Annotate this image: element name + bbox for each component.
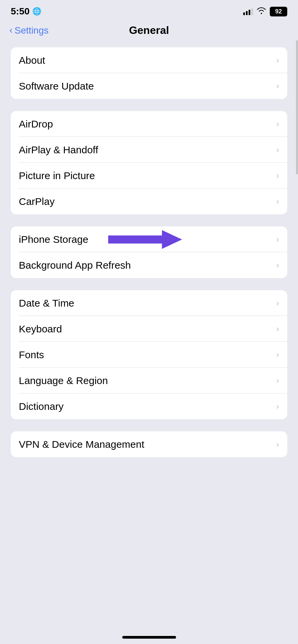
date-time-label: Date & Time (19, 298, 74, 309)
nav-header: ‹ Settings General (0, 20, 298, 43)
chevron-right-icon: › (276, 55, 279, 65)
page-title: General (129, 24, 169, 37)
settings-item-carplay[interactable]: CarPlay › (11, 189, 287, 214)
about-right: › (276, 55, 279, 65)
back-chevron-icon: ‹ (9, 25, 12, 36)
airdrop-label: AirDrop (19, 118, 53, 130)
settings-item-vpn-device-management[interactable]: VPN & Device Management › (11, 431, 287, 457)
arrow-annotation (108, 230, 182, 249)
time-label: 5:50 (11, 6, 30, 17)
settings-item-language-region[interactable]: Language & Region › (11, 368, 287, 393)
language-region-label: Language & Region (19, 375, 108, 386)
settings-item-picture-in-picture[interactable]: Picture in Picture › (11, 163, 287, 189)
battery-icon: 92 (270, 7, 287, 16)
software-update-right: › (276, 81, 279, 91)
dictionary-label: Dictionary (19, 401, 63, 412)
settings-item-keyboard[interactable]: Keyboard › (11, 316, 287, 342)
picture-in-picture-label: Picture in Picture (19, 170, 95, 181)
settings-item-software-update[interactable]: Software Update › (11, 73, 287, 99)
chevron-right-icon: › (276, 170, 279, 181)
chevron-right-icon: › (276, 439, 279, 449)
chevron-right-icon: › (276, 401, 279, 412)
software-update-label: Software Update (19, 80, 94, 92)
keyboard-label: Keyboard (19, 323, 62, 335)
settings-item-iphone-storage[interactable]: iPhone Storage › (11, 226, 287, 252)
chevron-right-icon: › (276, 145, 279, 155)
chevron-right-icon: › (276, 196, 279, 207)
settings-item-dictionary[interactable]: Dictionary › (11, 393, 287, 419)
settings-item-airdrop[interactable]: AirDrop › (11, 111, 287, 137)
settings-group-2: AirDrop › AirPlay & Handoff › Picture in… (11, 111, 287, 214)
iphone-storage-label: iPhone Storage (19, 234, 88, 245)
vpn-device-management-label: VPN & Device Management (19, 439, 144, 450)
settings-item-date-time[interactable]: Date & Time › (11, 290, 287, 316)
settings-group-4: Date & Time › Keyboard › Fonts › Languag… (11, 290, 287, 419)
about-label: About (19, 55, 45, 66)
chevron-right-icon: › (276, 375, 279, 386)
chevron-right-icon: › (276, 298, 279, 308)
settings-item-airplay-handoff[interactable]: AirPlay & Handoff › (11, 137, 287, 163)
background-app-refresh-label: Background App Refresh (19, 260, 131, 271)
back-label: Settings (14, 25, 48, 36)
home-indicator (122, 636, 176, 639)
back-button[interactable]: ‹ Settings (9, 25, 49, 36)
settings-item-fonts[interactable]: Fonts › (11, 342, 287, 368)
settings-group-1: About › Software Update › (11, 47, 287, 99)
wifi-icon (256, 7, 266, 16)
fonts-label: Fonts (19, 349, 44, 361)
settings-item-about[interactable]: About › (11, 47, 287, 73)
scrollbar[interactable] (296, 40, 298, 174)
settings-item-background-app-refresh[interactable]: Background App Refresh › (11, 252, 287, 278)
signal-icon (243, 8, 253, 15)
chevron-right-icon: › (276, 234, 279, 245)
settings-group-5: VPN & Device Management › (11, 431, 287, 457)
svg-marker-0 (108, 230, 182, 249)
settings-content: About › Software Update › AirDrop › AirP… (0, 43, 298, 489)
status-time: 5:50 🌐 (11, 6, 41, 17)
status-right-icons: 92 (243, 7, 287, 16)
carplay-label: CarPlay (19, 196, 55, 207)
chevron-right-icon: › (276, 119, 279, 129)
chevron-right-icon: › (276, 324, 279, 334)
settings-group-3: iPhone Storage › Background App Refresh … (11, 226, 287, 278)
chevron-right-icon: › (276, 260, 279, 270)
status-bar: 5:50 🌐 92 (0, 0, 298, 20)
chevron-right-icon: › (276, 81, 279, 91)
chevron-right-icon: › (276, 350, 279, 360)
globe-icon: 🌐 (32, 7, 41, 16)
airplay-handoff-label: AirPlay & Handoff (19, 144, 98, 156)
